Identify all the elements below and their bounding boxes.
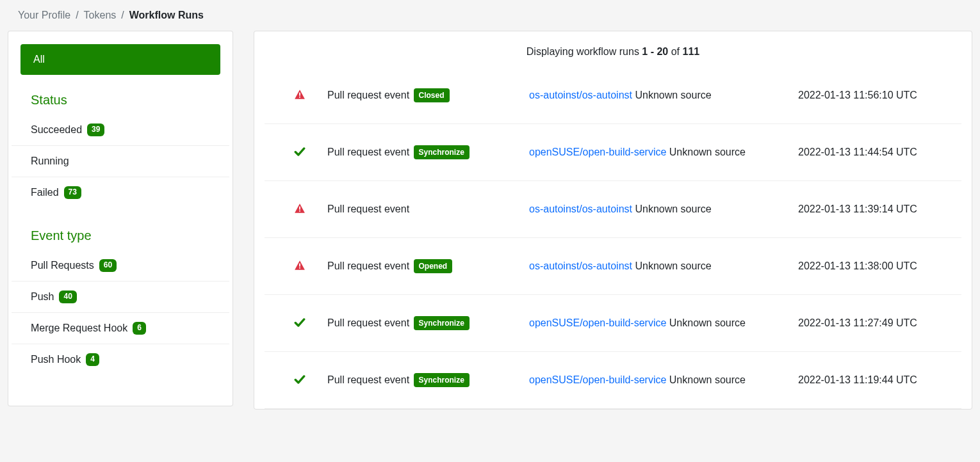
workflow-runs-list: Pull request event Closedos-autoinst/os-… (265, 79, 961, 409)
run-timestamp: 2022-01-13 11:19:44 UTC (798, 372, 954, 388)
run-timestamp: 2022-01-13 11:39:14 UTC (798, 202, 954, 217)
sidebar-item-merge-request-hook[interactable]: Merge Request Hook 6 (12, 313, 229, 344)
run-event-label: Pull request event (327, 147, 409, 157)
check-icon (294, 317, 306, 328)
run-event: Pull request event Synchronize (327, 372, 529, 388)
event-action-tag: Synchronize (414, 373, 470, 387)
source-label: Unknown source (632, 90, 712, 100)
source-label: Unknown source (666, 147, 746, 157)
run-timestamp: 2022-01-13 11:38:00 UTC (798, 259, 954, 274)
sidebar-item-label: Pull Requests (31, 258, 94, 273)
sidebar-heading-event-type: Event type (12, 226, 229, 250)
run-repo: openSUSE/open-build-service Unknown sour… (529, 145, 798, 160)
run-timestamp: 2022-01-13 11:56:10 UTC (798, 88, 954, 103)
sidebar-item-label: Succeeded (31, 122, 82, 138)
event-action-tag: Synchronize (414, 316, 470, 330)
repo-link[interactable]: os-autoinst/os-autoinst (529, 260, 632, 271)
sidebar-item-label: Running (31, 154, 69, 169)
event-action-tag: Synchronize (414, 145, 470, 159)
run-event: Pull request event Opened (327, 259, 529, 274)
main-content: Displaying workflow runs 1 - 20 of 111 P… (254, 31, 972, 410)
source-label: Unknown source (666, 317, 746, 328)
run-timestamp: 2022-01-13 11:44:54 UTC (798, 145, 954, 160)
run-repo: os-autoinst/os-autoinst Unknown source (529, 202, 798, 217)
breadcrumb: Your Profile / Tokens / Workflow Runs (0, 0, 980, 31)
run-event-label: Pull request event (327, 317, 409, 328)
workflow-run-row[interactable]: Pull request event Closedos-autoinst/os-… (265, 79, 961, 124)
run-repo: os-autoinst/os-autoinst Unknown source (529, 259, 798, 274)
count-badge: 4 (86, 353, 99, 366)
run-event-label: Pull request event (327, 203, 409, 214)
svg-rect-1 (299, 97, 300, 98)
warning-triangle-icon (294, 260, 306, 271)
workflow-run-row[interactable]: Pull request eventos-autoinst/os-autoins… (265, 181, 961, 238)
count-badge: 6 (133, 322, 146, 335)
sidebar-heading-status: Status (12, 90, 229, 115)
run-repo: openSUSE/open-build-service Unknown sour… (529, 372, 798, 388)
run-status (272, 145, 327, 157)
count-badge: 73 (64, 186, 81, 199)
run-status (272, 88, 327, 100)
count-badge: 60 (99, 259, 117, 272)
run-status (272, 259, 327, 271)
event-action-tag: Closed (414, 88, 450, 102)
workflow-run-row[interactable]: Pull request event SynchronizeopenSUSE/o… (265, 295, 961, 352)
svg-rect-5 (299, 267, 300, 269)
sidebar-item-succeeded[interactable]: Succeeded 39 (12, 115, 229, 146)
run-status (272, 202, 327, 214)
check-icon (294, 146, 306, 157)
warning-triangle-icon (294, 203, 306, 214)
svg-rect-0 (299, 93, 300, 96)
sidebar-item-label: Push (31, 289, 54, 305)
run-event-label: Pull request event (327, 90, 409, 100)
run-repo: os-autoinst/os-autoinst Unknown source (529, 88, 798, 103)
count-badge: 40 (59, 291, 76, 303)
svg-rect-3 (299, 211, 300, 212)
source-label: Unknown source (632, 260, 712, 271)
sidebar-list-status: Succeeded 39 Running Failed 73 (12, 115, 229, 208)
run-repo: openSUSE/open-build-service Unknown sour… (529, 315, 798, 331)
breadcrumb-separator: / (76, 8, 78, 23)
svg-rect-4 (299, 264, 300, 267)
run-event-label: Pull request event (327, 374, 409, 385)
workflow-run-row[interactable]: Pull request event SynchronizeopenSUSE/o… (265, 352, 961, 409)
repo-link[interactable]: openSUSE/open-build-service (529, 317, 666, 328)
svg-rect-2 (299, 207, 300, 210)
run-event: Pull request event Synchronize (327, 315, 529, 331)
run-event: Pull request event Synchronize (327, 145, 529, 160)
breadcrumb-profile[interactable]: Your Profile (18, 8, 70, 23)
run-event: Pull request event (327, 202, 529, 217)
run-event-label: Pull request event (327, 260, 409, 271)
sidebar-item-label: Merge Request Hook (31, 321, 127, 336)
repo-link[interactable]: openSUSE/open-build-service (529, 147, 666, 157)
breadcrumb-tokens[interactable]: Tokens (84, 8, 117, 23)
sidebar-list-event-type: Pull Requests 60 Push 40 Merge Request H… (12, 250, 229, 375)
sidebar-item-push[interactable]: Push 40 (12, 282, 229, 313)
check-icon (294, 374, 306, 385)
repo-link[interactable]: os-autoinst/os-autoinst (529, 90, 632, 100)
warning-triangle-icon (294, 89, 306, 100)
source-label: Unknown source (632, 203, 712, 214)
sidebar-item-running[interactable]: Running (12, 146, 229, 177)
sidebar-item-label: Push Hook (31, 352, 81, 367)
sidebar-item-all[interactable]: All (20, 44, 220, 75)
breadcrumb-current: Workflow Runs (129, 8, 204, 23)
repo-link[interactable]: openSUSE/open-build-service (529, 374, 666, 385)
sidebar-item-label: Failed (31, 185, 59, 200)
sidebar-item-failed[interactable]: Failed 73 (12, 177, 229, 208)
run-event: Pull request event Closed (327, 88, 529, 103)
pagination-summary: Displaying workflow runs 1 - 20 of 111 (265, 44, 961, 60)
workflow-run-row[interactable]: Pull request event SynchronizeopenSUSE/o… (265, 124, 961, 181)
event-action-tag: Opened (414, 259, 453, 273)
sidebar-item-push-hook[interactable]: Push Hook 4 (12, 344, 229, 375)
sidebar-item-pull-requests[interactable]: Pull Requests 60 (12, 250, 229, 282)
source-label: Unknown source (666, 374, 746, 385)
count-badge: 39 (87, 123, 104, 136)
workflow-run-row[interactable]: Pull request event Openedos-autoinst/os-… (265, 238, 961, 295)
breadcrumb-separator: / (121, 8, 124, 23)
sidebar: All Status Succeeded 39 Running Failed 7… (8, 31, 233, 406)
run-status (272, 372, 327, 385)
run-status (272, 315, 327, 328)
run-timestamp: 2022-01-13 11:27:49 UTC (798, 315, 954, 331)
repo-link[interactable]: os-autoinst/os-autoinst (529, 203, 632, 214)
